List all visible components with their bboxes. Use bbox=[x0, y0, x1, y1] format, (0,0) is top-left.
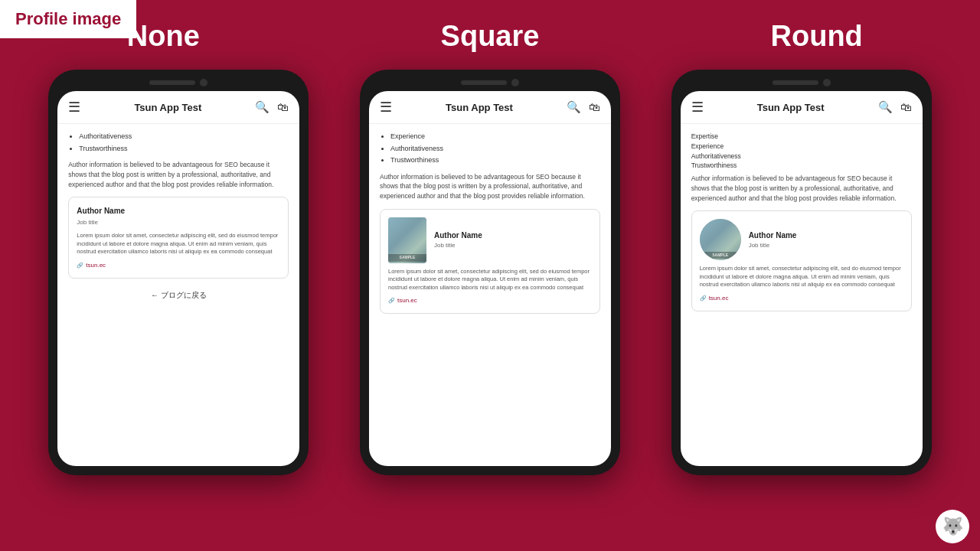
phones-container: ☰ Tsun App Test 🔍 🛍 Authoritativeness Tr… bbox=[0, 60, 980, 475]
bullet-item: Authoritativeness bbox=[79, 132, 289, 142]
bullet-item: Trustworthiness bbox=[79, 144, 289, 155]
job-title-none: Job title bbox=[77, 218, 280, 227]
speaker-square bbox=[461, 80, 507, 85]
phone-square: ☰ Tsun App Test 🔍 🛍 Experience Authorita… bbox=[360, 70, 620, 475]
author-card-header-square: Author Name Job title bbox=[388, 217, 592, 263]
bullet-item: Trustworthiness bbox=[390, 155, 600, 166]
speaker-round bbox=[773, 80, 818, 85]
content-square: Experience Authoritativeness Trustworthi… bbox=[369, 124, 611, 321]
app-title-round: Tsun App Test bbox=[757, 102, 825, 113]
author-card-none: Author Name Job title Lorem ipsum dolor … bbox=[68, 197, 289, 279]
sample-image-square bbox=[388, 217, 426, 263]
author-card-round: Author Name Job title Lorem ipsum dolor … bbox=[691, 210, 912, 311]
author-link-square[interactable]: tsun.ec bbox=[388, 296, 592, 305]
label-square: Square bbox=[327, 20, 654, 53]
author-link-none[interactable]: tsun.ec bbox=[77, 261, 280, 270]
back-nav-none[interactable]: ← ブログに戻る bbox=[68, 279, 289, 311]
author-bio-none: Lorem ipsum dolor sit amet, consectetur … bbox=[77, 232, 280, 256]
camera-round bbox=[823, 79, 831, 86]
author-avatar-square bbox=[388, 217, 426, 263]
app-header-square: ☰ Tsun App Test 🔍 🛍 bbox=[369, 91, 611, 124]
notch-bar-square bbox=[369, 79, 611, 86]
label-round: Round bbox=[653, 20, 980, 53]
bullet-item: Authoritativeness bbox=[390, 144, 600, 155]
author-link-round[interactable]: tsun.ec bbox=[700, 294, 903, 303]
author-name-none: Author Name bbox=[77, 205, 280, 217]
author-name-round: Author Name bbox=[749, 230, 797, 241]
notch-bar-none bbox=[57, 79, 299, 86]
search-icon-none[interactable]: 🔍 bbox=[255, 100, 270, 114]
screen-none: ☰ Tsun App Test 🔍 🛍 Authoritativeness Tr… bbox=[57, 91, 299, 466]
cart-icon-none[interactable]: 🛍 bbox=[277, 100, 289, 114]
camera-square bbox=[511, 79, 519, 86]
mascot-icon: 🐺 bbox=[942, 517, 963, 536]
column-labels: None Square Round bbox=[0, 6, 980, 53]
search-icon-round[interactable]: 🔍 bbox=[878, 100, 893, 114]
author-card-header-round: Author Name Job title bbox=[700, 219, 903, 260]
header-icons-none: 🔍 🛍 bbox=[255, 100, 289, 114]
header-badge: Profile image bbox=[0, 0, 136, 38]
menu-icon-square[interactable]: ☰ bbox=[380, 99, 392, 116]
sample-image-round bbox=[700, 219, 741, 260]
app-header-round: ☰ Tsun App Test 🔍 🛍 bbox=[681, 91, 923, 124]
list-item-authoritativeness: Authoritativeness bbox=[691, 152, 912, 161]
phone-round: ☰ Tsun App Test 🔍 🛍 Expertise Experience… bbox=[671, 70, 932, 475]
search-icon-square[interactable]: 🔍 bbox=[567, 100, 581, 114]
menu-icon-none[interactable]: ☰ bbox=[68, 99, 80, 116]
author-bio-round: Lorem ipsum dolor sit amet, consectetur … bbox=[700, 265, 903, 289]
content-none: Authoritativeness Trustworthiness Author… bbox=[57, 124, 299, 319]
list-item-experience: Experience bbox=[691, 142, 912, 152]
author-name-square: Author Name bbox=[434, 230, 482, 241]
header-icons-round: 🔍 🛍 bbox=[878, 100, 912, 114]
mascot: 🐺 bbox=[936, 510, 969, 543]
screen-square: ☰ Tsun App Test 🔍 🛍 Experience Authorita… bbox=[369, 91, 611, 466]
body-text-square: Author information is believed to be adv… bbox=[380, 172, 600, 201]
author-info-square: Author Name Job title bbox=[434, 230, 482, 250]
author-card-square: Author Name Job title Lorem ipsum dolor … bbox=[380, 209, 600, 315]
body-text-round: Author information is believed to be adv… bbox=[691, 174, 912, 203]
author-avatar-round bbox=[700, 219, 741, 260]
camera-none bbox=[200, 79, 207, 86]
job-title-round: Job title bbox=[749, 241, 797, 250]
body-text-none: Author information is believed to be adv… bbox=[68, 160, 289, 189]
bullet-list-square: Experience Authoritativeness Trustworthi… bbox=[380, 132, 600, 166]
list-item-expertise: Expertise bbox=[691, 132, 912, 142]
app-title-none: Tsun App Test bbox=[134, 102, 201, 113]
author-bio-square: Lorem ipsum dolor sit amet, consectetur … bbox=[388, 268, 592, 292]
cart-icon-round[interactable]: 🛍 bbox=[900, 100, 912, 114]
header-icons-square: 🔍 🛍 bbox=[567, 100, 600, 114]
author-info-round: Author Name Job title bbox=[749, 230, 797, 250]
speaker-none bbox=[149, 80, 195, 85]
phone-none: ☰ Tsun App Test 🔍 🛍 Authoritativeness Tr… bbox=[48, 70, 309, 475]
cart-icon-square[interactable]: 🛍 bbox=[589, 100, 600, 114]
app-title-square: Tsun App Test bbox=[446, 102, 513, 113]
bullet-item: Experience bbox=[390, 132, 600, 142]
badge-label: Profile image bbox=[15, 9, 121, 28]
list-item-trustworthiness: Trustworthiness bbox=[691, 161, 912, 171]
mascot-body: 🐺 bbox=[936, 510, 969, 543]
menu-icon-round[interactable]: ☰ bbox=[691, 99, 704, 116]
job-title-square: Job title bbox=[434, 241, 482, 250]
screen-round: ☰ Tsun App Test 🔍 🛍 Expertise Experience… bbox=[681, 91, 923, 466]
bullet-list-none: Authoritativeness Trustworthiness bbox=[68, 132, 289, 154]
notch-bar-round bbox=[681, 79, 923, 86]
list-header-round: Expertise Experience Authoritativeness T… bbox=[691, 132, 912, 171]
content-round: Expertise Experience Authoritativeness T… bbox=[681, 124, 923, 319]
app-header-none: ☰ Tsun App Test 🔍 🛍 bbox=[57, 91, 299, 124]
